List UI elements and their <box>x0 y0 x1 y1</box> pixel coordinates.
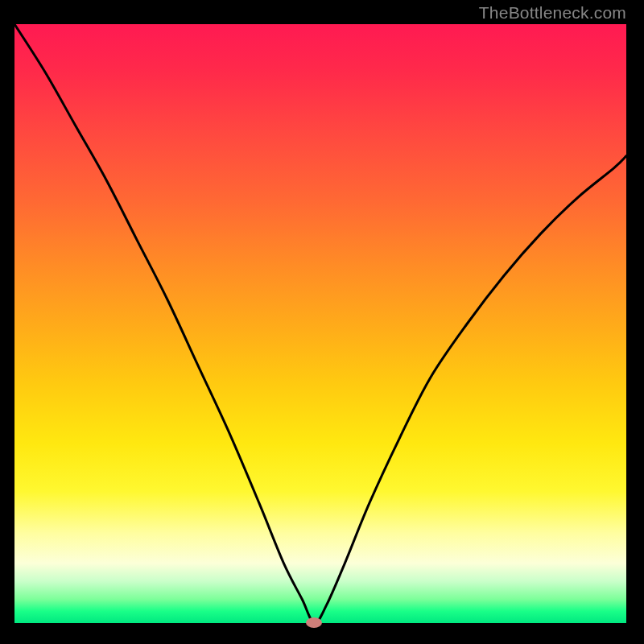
bottleneck-curve <box>14 24 626 623</box>
optimum-marker <box>306 617 322 628</box>
watermark-text: TheBottleneck.com <box>479 3 626 23</box>
chart-frame: TheBottleneck.com <box>0 0 644 644</box>
plot-area <box>14 24 626 623</box>
